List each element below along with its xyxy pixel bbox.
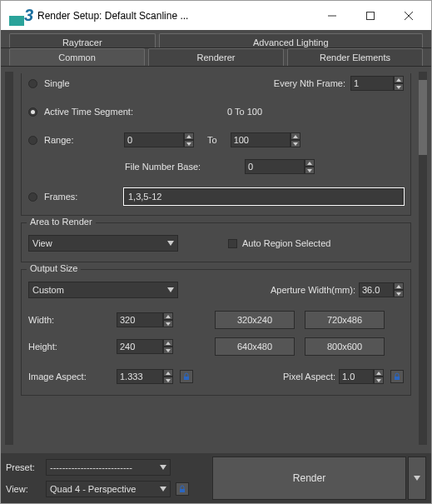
output-preset-dropdown[interactable]: Custom	[28, 282, 178, 298]
lock-icon	[182, 372, 191, 381]
pixel-aspect-up[interactable]	[374, 369, 384, 377]
svg-marker-20	[166, 372, 171, 375]
pixel-aspect-down[interactable]	[374, 377, 384, 384]
view-lock-button[interactable]	[176, 482, 189, 496]
preset-640x480-button[interactable]: 640x480	[215, 337, 295, 356]
svg-marker-5	[396, 86, 401, 89]
range-to-up[interactable]	[290, 132, 300, 140]
tab-renderer[interactable]: Renderer	[148, 48, 284, 66]
pixel-aspect-input[interactable]	[339, 369, 374, 384]
active-segment-range: 0 To 100	[227, 107, 262, 117]
aperture-down[interactable]	[394, 290, 404, 297]
chevron-down-icon	[167, 241, 174, 246]
svg-marker-9	[293, 142, 298, 146]
radio-frames[interactable]	[28, 192, 37, 202]
label-single: Single	[44, 78, 111, 88]
range-to-down[interactable]	[290, 140, 300, 147]
radio-active-segment[interactable]	[28, 107, 37, 117]
height-input[interactable]	[117, 339, 163, 354]
range-to-input[interactable]	[231, 132, 290, 147]
scrollbar-track[interactable]	[419, 72, 427, 445]
preset-720x486-button[interactable]: 720x486	[305, 311, 385, 329]
image-aspect-down[interactable]	[163, 377, 173, 384]
radio-single[interactable]	[28, 79, 37, 88]
svg-marker-27	[160, 487, 166, 492]
image-aspect-input[interactable]	[117, 369, 163, 384]
window-title: Render Setup: Default Scanline ...	[37, 10, 313, 22]
range-from-up[interactable]	[184, 132, 194, 140]
every-nth-down[interactable]	[394, 83, 404, 91]
tab-row-secondary: Raytracer Advanced Lighting	[1, 30, 431, 48]
height-up[interactable]	[163, 339, 173, 347]
label-file-number-base: File Number Base:	[125, 162, 225, 172]
svg-marker-18	[166, 342, 171, 345]
panel-drag-gutter[interactable]	[5, 72, 13, 445]
chevron-down-icon	[414, 476, 420, 481]
area-mode-value: View	[32, 238, 52, 248]
svg-marker-17	[166, 322, 171, 326]
svg-marker-4	[396, 78, 401, 82]
svg-marker-15	[396, 292, 401, 296]
svg-marker-12	[167, 241, 174, 246]
app-icon: 3	[9, 6, 29, 26]
render-button[interactable]: Render	[212, 457, 406, 500]
every-nth-up[interactable]	[394, 76, 404, 83]
label-every-nth: Every Nth Frame:	[274, 78, 345, 88]
preset-dropdown[interactable]: ---------------------------	[46, 459, 171, 476]
width-down[interactable]	[163, 320, 173, 327]
label-auto-region: Auto Region Selected	[242, 238, 330, 248]
range-from-down[interactable]	[184, 140, 194, 147]
tab-raytracer[interactable]: Raytracer	[9, 33, 156, 47]
group-area-to-render: Area to Render View Auto Region Selected	[21, 222, 411, 262]
svg-rect-25	[395, 377, 400, 380]
area-mode-dropdown[interactable]: View	[28, 235, 178, 252]
frames-input[interactable]	[124, 188, 404, 205]
preset-320x240-button[interactable]: 320x240	[215, 311, 295, 329]
scrollbar-thumb[interactable]	[419, 80, 427, 155]
pixel-aspect-lock-button[interactable]	[390, 370, 404, 383]
svg-marker-6	[186, 135, 191, 138]
file-number-base-down[interactable]	[305, 167, 315, 174]
tab-advanced-lighting[interactable]: Advanced Lighting	[159, 33, 423, 47]
output-preset-value: Custom	[32, 285, 64, 295]
label-image-aspect: Image Aspect:	[28, 372, 103, 382]
tab-common[interactable]: Common	[9, 48, 145, 66]
every-nth-input[interactable]	[350, 76, 394, 91]
lock-icon	[178, 485, 186, 493]
width-input[interactable]	[117, 312, 163, 327]
view-dropdown[interactable]: Quad 4 - Perspective	[46, 481, 171, 497]
svg-marker-7	[186, 142, 191, 146]
svg-rect-1	[367, 12, 375, 19]
group-output-size: Output Size Custom Aperture Width(mm):	[21, 269, 411, 396]
auto-region-checkbox[interactable]	[228, 239, 237, 248]
file-number-base-input[interactable]	[245, 159, 305, 174]
view-value: Quad 4 - Perspective	[50, 484, 136, 494]
width-up[interactable]	[163, 312, 173, 320]
range-from-input[interactable]	[124, 132, 184, 147]
file-number-base-up[interactable]	[305, 159, 315, 167]
image-aspect-lock-button[interactable]	[180, 370, 193, 383]
close-button[interactable]	[390, 3, 428, 28]
render-dropdown-button[interactable]	[408, 457, 426, 500]
svg-marker-11	[307, 169, 312, 172]
preset-value: ---------------------------	[50, 462, 132, 472]
chevron-down-icon	[167, 287, 174, 292]
aperture-input[interactable]	[359, 282, 394, 297]
label-aperture: Aperture Width(mm):	[271, 285, 355, 295]
tab-render-elements[interactable]: Render Elements	[287, 48, 423, 66]
label-view: View:	[6, 484, 41, 494]
bottom-bar: Preset: --------------------------- View…	[1, 453, 431, 503]
maximize-button[interactable]	[351, 3, 390, 28]
height-down[interactable]	[163, 347, 173, 354]
aperture-up[interactable]	[394, 282, 404, 290]
radio-range[interactable]	[28, 136, 37, 145]
svg-rect-22	[184, 377, 189, 380]
group-time-output: Single Every Nth Frame: Active Time Segm…	[21, 73, 411, 216]
svg-marker-19	[166, 349, 171, 352]
preset-800x600-button[interactable]: 800x600	[305, 337, 385, 356]
svg-rect-28	[180, 489, 185, 492]
chevron-down-icon	[160, 465, 166, 470]
minimize-button[interactable]	[313, 3, 351, 28]
svg-marker-10	[307, 162, 312, 165]
image-aspect-up[interactable]	[163, 369, 173, 377]
